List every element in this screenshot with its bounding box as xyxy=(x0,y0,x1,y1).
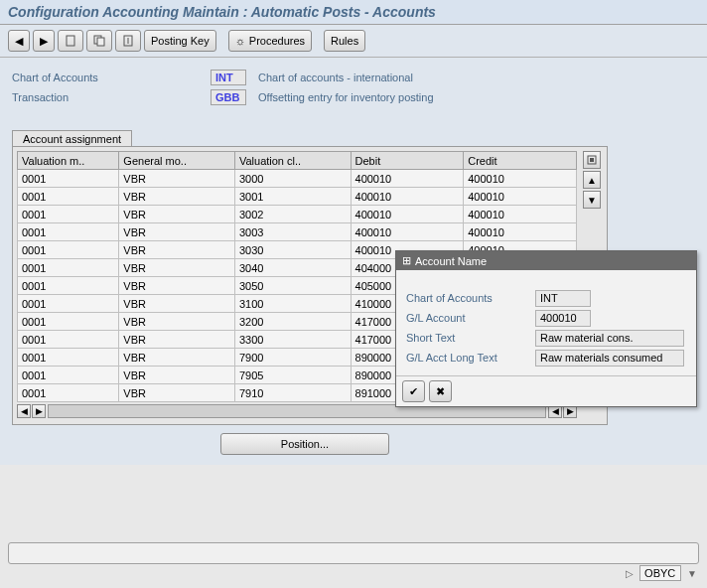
cell-vc[interactable]: 3040 xyxy=(234,259,351,277)
cell-gm[interactable]: VBR xyxy=(119,384,235,402)
cell-cr[interactable]: 400010 xyxy=(464,188,577,206)
procedures-label: Procedures xyxy=(249,35,305,47)
forward-button[interactable]: ▶ xyxy=(33,30,55,52)
hscroll-first-button[interactable]: ◀ xyxy=(17,404,31,418)
trans-code: GBB xyxy=(211,89,246,105)
cell-vc[interactable]: 3050 xyxy=(234,277,351,295)
main-toolbar: ◀ ▶ Posting Key ☼Procedures Rules xyxy=(0,25,707,58)
col-credit[interactable]: Credit xyxy=(464,152,577,170)
cell-vm[interactable]: 0001 xyxy=(18,188,119,206)
cell-db[interactable]: 400010 xyxy=(351,170,464,188)
col-general-mod[interactable]: General mo.. xyxy=(119,152,235,170)
coa-desc: Chart of accounts - international xyxy=(258,72,413,83)
cell-vc[interactable]: 7905 xyxy=(234,367,351,384)
popup-cancel-button[interactable]: ✖ xyxy=(429,380,452,402)
config-icon[interactable] xyxy=(583,151,601,169)
col-debit[interactable]: Debit xyxy=(351,152,464,170)
trans-desc: Offsetting entry for inventory posting xyxy=(258,91,434,103)
cell-vm[interactable]: 0001 xyxy=(18,170,119,188)
bottom-bar: ▷ OBYC ▼ xyxy=(8,542,699,582)
hscroll-prev-button[interactable]: ▶ xyxy=(32,404,46,418)
cell-vc[interactable]: 3030 xyxy=(234,241,351,259)
cell-vm[interactable]: 0001 xyxy=(18,331,119,349)
cell-vm[interactable]: 0001 xyxy=(18,367,119,384)
position-label: Position... xyxy=(281,438,329,450)
person-icon: ☼ xyxy=(235,35,245,47)
cell-gm[interactable]: VBR xyxy=(119,367,235,384)
cell-vm[interactable]: 0001 xyxy=(18,295,119,313)
message-area xyxy=(8,542,699,564)
table-row[interactable]: 0001VBR3001400010400010 xyxy=(18,188,577,206)
cell-vc[interactable]: 3100 xyxy=(234,295,351,313)
copy-page-icon[interactable] xyxy=(86,30,112,52)
coa-label: Chart of Accounts xyxy=(12,72,211,83)
cell-gm[interactable]: VBR xyxy=(119,170,235,188)
cell-vc[interactable]: 3003 xyxy=(234,223,351,241)
col-valuation-mod[interactable]: Valuation m.. xyxy=(18,152,119,170)
coa-code: INT xyxy=(211,70,246,85)
new-page-icon[interactable] xyxy=(58,30,83,52)
posting-key-button[interactable]: Posting Key xyxy=(144,30,216,52)
scroll-down-button[interactable]: ▼ xyxy=(583,191,601,209)
cell-gm[interactable]: VBR xyxy=(119,313,235,331)
cell-gm[interactable]: VBR xyxy=(119,277,235,295)
cell-db[interactable]: 400010 xyxy=(351,206,464,223)
cell-gm[interactable]: VBR xyxy=(119,206,235,223)
cell-vm[interactable]: 0001 xyxy=(18,349,119,367)
table-row[interactable]: 0001VBR3002400010400010 xyxy=(18,206,577,223)
popup-coa-value: INT xyxy=(535,290,591,307)
cell-vc[interactable]: 7900 xyxy=(234,349,351,367)
cell-gm[interactable]: VBR xyxy=(119,349,235,367)
cell-vc[interactable]: 3002 xyxy=(234,206,351,223)
popup-st-value: Raw material cons. xyxy=(535,330,684,347)
cell-gm[interactable]: VBR xyxy=(119,331,235,349)
cell-vm[interactable]: 0001 xyxy=(18,223,119,241)
table-row[interactable]: 0001VBR3000400010400010 xyxy=(18,170,577,188)
cell-vc[interactable]: 3001 xyxy=(234,188,351,206)
popup-coa-label: Chart of Accounts xyxy=(406,292,535,304)
back-button[interactable]: ◀ xyxy=(8,30,30,52)
status-menu-icon[interactable]: ▼ xyxy=(687,568,697,579)
cell-vm[interactable]: 0001 xyxy=(18,384,119,402)
popup-icon: ⊞ xyxy=(402,254,411,267)
session-icon[interactable]: ▷ xyxy=(626,568,634,579)
page-title: Configuration Accounting Maintain : Auto… xyxy=(0,0,707,25)
cell-gm[interactable]: VBR xyxy=(119,295,235,313)
cell-cr[interactable]: 400010 xyxy=(464,206,577,223)
delete-page-icon[interactable] xyxy=(115,30,141,52)
popup-ok-button[interactable]: ✔ xyxy=(402,380,425,402)
cell-vm[interactable]: 0001 xyxy=(18,313,119,331)
cell-vc[interactable]: 3200 xyxy=(234,313,351,331)
cell-vm[interactable]: 0001 xyxy=(18,206,119,223)
rules-button[interactable]: Rules xyxy=(324,30,365,52)
table-row[interactable]: 0001VBR3003400010400010 xyxy=(18,223,577,241)
position-button[interactable]: Position... xyxy=(220,433,389,455)
svg-rect-0 xyxy=(67,36,74,46)
account-name-popup: ⊞ Account Name Chart of Accounts INT G/L… xyxy=(395,250,697,407)
popup-titlebar: ⊞ Account Name xyxy=(396,251,696,270)
popup-title-text: Account Name xyxy=(415,255,487,267)
cell-db[interactable]: 400010 xyxy=(351,223,464,241)
procedures-button[interactable]: ☼Procedures xyxy=(228,30,312,52)
cell-cr[interactable]: 400010 xyxy=(464,170,577,188)
cell-gm[interactable]: VBR xyxy=(119,188,235,206)
popup-st-label: Short Text xyxy=(406,332,535,344)
cell-gm[interactable]: VBR xyxy=(119,259,235,277)
cell-vc[interactable]: 7910 xyxy=(234,384,351,402)
cell-db[interactable]: 400010 xyxy=(351,188,464,206)
col-valuation-cl[interactable]: Valuation cl.. xyxy=(234,152,351,170)
scroll-up-button[interactable]: ▲ xyxy=(583,171,601,189)
tab-account-assignment[interactable]: Account assignment xyxy=(12,130,132,147)
svg-rect-6 xyxy=(590,158,594,162)
cell-vm[interactable]: 0001 xyxy=(18,259,119,277)
table-side-controls: ▲ ▼ xyxy=(583,151,603,209)
cell-vc[interactable]: 3300 xyxy=(234,331,351,349)
cell-vm[interactable]: 0001 xyxy=(18,277,119,295)
cell-gm[interactable]: VBR xyxy=(119,223,235,241)
tcode-field: OBYC xyxy=(639,565,681,581)
cell-vm[interactable]: 0001 xyxy=(18,241,119,259)
cell-cr[interactable]: 400010 xyxy=(464,223,577,241)
popup-lt-label: G/L Acct Long Text xyxy=(406,352,535,364)
cell-vc[interactable]: 3000 xyxy=(234,170,351,188)
cell-gm[interactable]: VBR xyxy=(119,241,235,259)
